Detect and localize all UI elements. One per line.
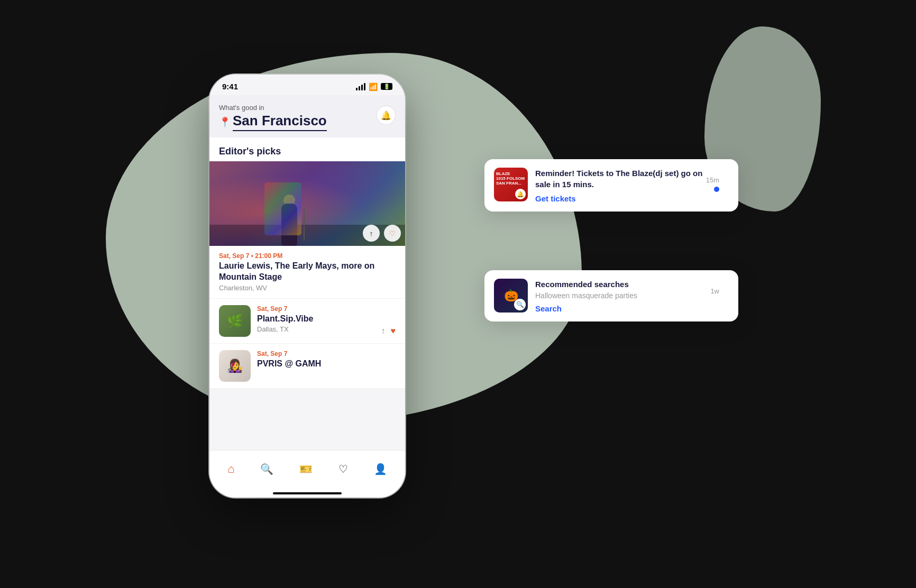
notif-2-title: Recommended searches bbox=[535, 279, 729, 290]
search-badge-icon: 🔍 bbox=[516, 301, 524, 308]
event-item-2[interactable]: 🌿 Sat, Sep 7 Plant.Sip.Vibe Dallas, TX ↑… bbox=[209, 299, 405, 344]
bar2 bbox=[359, 86, 360, 90]
nav-profile[interactable]: 👤 bbox=[369, 460, 392, 479]
location-label: What's good in bbox=[219, 104, 327, 112]
heart-icon-2[interactable]: ♥ bbox=[391, 326, 396, 336]
editors-picks-heading: Editor's picks bbox=[209, 137, 405, 161]
profile-icon: 👤 bbox=[374, 463, 387, 475]
event-date-2: Sat, Sep 7 bbox=[257, 305, 313, 313]
notif-1-header: BLAZE1015 FOLSOMSAN FRAN... 🔔 Reminder! … bbox=[494, 168, 729, 203]
nav-home[interactable]: ⌂ bbox=[222, 459, 240, 479]
blaze-venue-text: BLAZE1015 FOLSOMSAN FRAN... bbox=[496, 172, 525, 186]
notif-2-content: Recommended searches Halloween masquerad… bbox=[535, 279, 729, 313]
signal-icon bbox=[356, 83, 365, 90]
bar1 bbox=[356, 88, 358, 90]
saved-icon: ♡ bbox=[338, 463, 348, 475]
city-text: San Francisco bbox=[233, 113, 327, 131]
phone-inner: 9:41 📶 🔋 What's good in bbox=[209, 75, 405, 498]
notif-thumb-blaze: BLAZE1015 FOLSOMSAN FRAN... 🔔 bbox=[494, 168, 528, 201]
notif-thumb-halloween: 🎃 🔍 bbox=[494, 279, 528, 313]
notification-card-halloween: 🎃 🔍 Recommended searches Halloween masqu… bbox=[484, 270, 738, 321]
costume-color bbox=[264, 182, 301, 235]
event-item-3[interactable]: 👩‍🎤 Sat, Sep 7 PVRIS @ GAMH bbox=[209, 344, 405, 389]
city-name: 📍 San Francisco bbox=[219, 113, 327, 131]
hero-image: ↑ ♡ bbox=[209, 161, 405, 246]
notif-1-title: Reminder! Tickets to The Blaze(dj set) g… bbox=[535, 168, 729, 190]
notification-button[interactable]: 🔔 bbox=[377, 106, 396, 125]
get-tickets-button[interactable]: Get tickets bbox=[535, 194, 729, 203]
share-button[interactable]: ↑ bbox=[363, 225, 380, 242]
pin-icon: 📍 bbox=[219, 116, 231, 128]
event-date-1: Sat, Sep 7 • 21:00 PM bbox=[219, 252, 396, 260]
event-title-1: Laurie Lewis, The Early Mays, more on Mo… bbox=[219, 261, 396, 283]
unread-dot bbox=[714, 187, 719, 192]
share-icon-2[interactable]: ↑ bbox=[381, 326, 386, 336]
bell-icon: 🔔 bbox=[381, 111, 391, 121]
status-bar: 9:41 📶 🔋 bbox=[209, 75, 405, 95]
like-button[interactable]: ♡ bbox=[384, 225, 401, 242]
event-info-3: Sat, Sep 7 PVRIS @ GAMH bbox=[257, 350, 321, 370]
event-date-3: Sat, Sep 7 bbox=[257, 350, 321, 357]
event-info-2: Sat, Sep 7 Plant.Sip.Vibe Dallas, TX bbox=[257, 305, 313, 334]
bottom-nav: ⌂ 🔍 🎫 ♡ 👤 bbox=[209, 450, 405, 498]
event-title-3: PVRIS @ GAMH bbox=[257, 359, 321, 370]
status-time: 9:41 bbox=[222, 82, 238, 91]
search-button[interactable]: Search bbox=[535, 304, 729, 313]
nav-saved[interactable]: ♡ bbox=[333, 460, 353, 479]
notif-1-content: Reminder! Tickets to The Blaze(dj set) g… bbox=[535, 168, 729, 203]
app-header: What's good in 📍 San Francisco 🔔 bbox=[209, 95, 405, 137]
event-thumb-2: 🌿 bbox=[219, 305, 251, 337]
mic-stand bbox=[304, 209, 305, 241]
search-badge: 🔍 bbox=[514, 299, 526, 310]
nav-search[interactable]: 🔍 bbox=[255, 460, 279, 479]
status-icons: 📶 🔋 bbox=[356, 82, 392, 91]
search-icon: 🔍 bbox=[260, 463, 273, 475]
bell-badge: 🔔 bbox=[515, 189, 526, 199]
nav-tickets[interactable]: 🎫 bbox=[294, 460, 318, 479]
wifi-icon: 📶 bbox=[369, 82, 378, 91]
event-location-2: Dallas, TX bbox=[257, 325, 313, 333]
notif-2-subtitle: Halloween masquerade parties bbox=[535, 291, 729, 300]
notification-card-tickets: BLAZE1015 FOLSOMSAN FRAN... 🔔 Reminder! … bbox=[484, 159, 738, 212]
heart-icon: ♡ bbox=[389, 229, 396, 237]
scene: 9:41 📶 🔋 What's good in bbox=[167, 43, 749, 545]
notif-2-inner: 🎃 🔍 Recommended searches Halloween masqu… bbox=[494, 279, 729, 313]
event-location-1: Charleston, WV bbox=[219, 284, 396, 292]
phone-frame: 9:41 📶 🔋 What's good in bbox=[209, 75, 405, 498]
event-thumb-3: 👩‍🎤 bbox=[219, 350, 251, 382]
hero-action-buttons: ↑ ♡ bbox=[363, 225, 401, 242]
bar4 bbox=[364, 83, 365, 90]
home-icon: ⌂ bbox=[227, 462, 234, 476]
bar3 bbox=[361, 85, 363, 90]
notif-2-time: 1w bbox=[710, 287, 719, 295]
ticket-icon: 🎫 bbox=[299, 463, 313, 475]
event-title-2: Plant.Sip.Vibe bbox=[257, 314, 313, 325]
notif-1-time: 15m bbox=[706, 176, 719, 184]
notif-2-header: 🎃 🔍 Recommended searches Halloween masqu… bbox=[494, 279, 729, 313]
home-indicator bbox=[273, 492, 342, 494]
event-actions-2: ↑ ♥ bbox=[381, 326, 396, 336]
battery-icon: 🔋 bbox=[381, 83, 392, 90]
share-icon: ↑ bbox=[370, 229, 373, 237]
notif-1-inner: BLAZE1015 FOLSOMSAN FRAN... 🔔 Reminder! … bbox=[494, 168, 729, 203]
event-item-1[interactable]: Sat, Sep 7 • 21:00 PM Laurie Lewis, The … bbox=[209, 246, 405, 299]
location-block: What's good in 📍 San Francisco bbox=[219, 104, 327, 131]
